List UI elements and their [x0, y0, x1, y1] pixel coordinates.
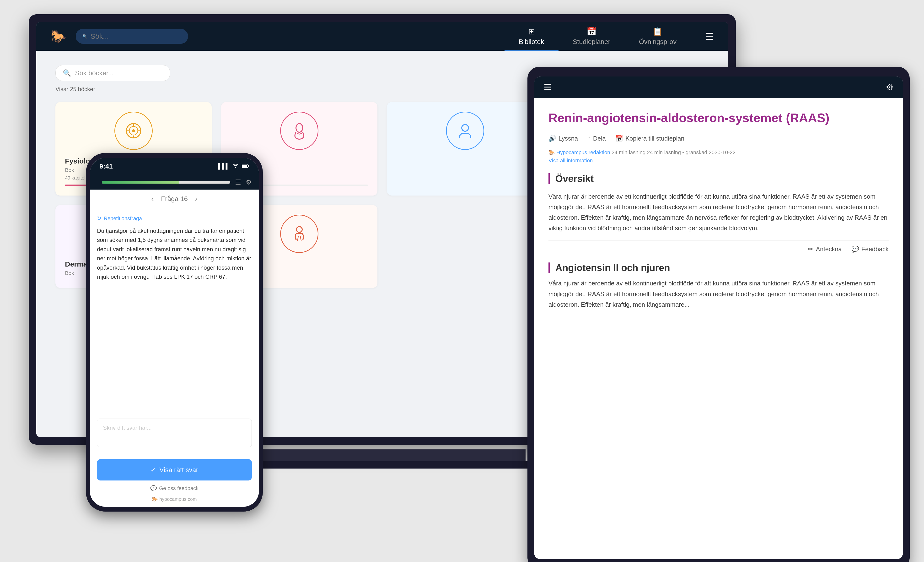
- section-title-angiotensin: Angiotensin II och njuren: [555, 263, 889, 273]
- tablet-list-icon[interactable]: ☰: [544, 82, 551, 92]
- phone-navbar: ☰ ⚙: [90, 175, 259, 189]
- phone-content: ↻ Repetitionsfråga Du tjänstgör på akutm…: [90, 208, 259, 454]
- article-footer-actions: ✏ Anteckna 💬 Feedback: [549, 240, 889, 253]
- phone-list-icon[interactable]: ☰: [235, 178, 241, 186]
- svg-point-7: [296, 123, 303, 132]
- logo: 🐎: [51, 29, 66, 44]
- signal-icon: ▌▌▌: [218, 163, 230, 170]
- article-reviewed: •: [682, 149, 686, 155]
- tablet-screen: ☰ ⚙ Renin-angiotensin-aldosteron-systeme…: [534, 77, 903, 559]
- share-icon: ↑: [587, 135, 591, 142]
- share-button[interactable]: ↑ Dela: [587, 135, 606, 142]
- scene: 🐎 🔍 ⊞ Bibliotek 📅 Studieplaner: [0, 0, 924, 562]
- listen-label: Lyssna: [558, 135, 578, 142]
- repetition-label: Repetitionsfråga: [104, 215, 142, 222]
- phone-progress-bar: [102, 181, 230, 183]
- phone-quiz-nav: ‹ Fråga 16 ›: [90, 189, 259, 208]
- tablet-gear-icon[interactable]: ⚙: [886, 82, 893, 92]
- feedback-link-label: Ge oss feedback: [159, 485, 198, 491]
- feedback-bubble-icon: 💬: [150, 485, 157, 491]
- phone-indicators: ▌▌▌: [218, 163, 249, 170]
- article-section-angiotensin: Angiotensin II och njuren: [549, 263, 889, 273]
- calendar-icon: 📅: [615, 135, 623, 142]
- feedback-button[interactable]: 💬 Feedback: [851, 245, 889, 253]
- question-text: Du tjänstgör på akutmottagningen där du …: [97, 226, 252, 414]
- tab-bibliotek[interactable]: ⊞ Bibliotek: [504, 22, 558, 51]
- laptop-navbar: 🐎 🔍 ⊞ Bibliotek 📅 Studieplaner: [36, 22, 728, 51]
- phone-progress-fill: [102, 181, 179, 183]
- answer-input[interactable]: Skriv ditt svar här...: [97, 419, 252, 447]
- anteckna-button[interactable]: ✏ Anteckna: [808, 245, 842, 253]
- anteckna-label: Anteckna: [816, 245, 842, 253]
- phone-domain: 🐎 hypocampus.com: [90, 496, 259, 507]
- copy-to-plan-label: Kopiera till studieplan: [626, 135, 684, 142]
- tablet-content: Renin-angiotensin-aldosteron-systemet (R…: [534, 98, 903, 559]
- repetition-icon: ↻: [97, 215, 101, 222]
- article-reviewed-date: granskad 2020-10-22: [686, 149, 735, 155]
- feedback-label: Feedback: [861, 245, 889, 253]
- section-title-oversikt: Översikt: [555, 173, 889, 184]
- checkmark-icon: ✓: [150, 466, 156, 474]
- phone-screen: 9:41 ▌▌▌: [90, 158, 259, 507]
- next-question-button[interactable]: ›: [195, 194, 198, 203]
- article-meta: 🐎 Hypocampus redaktion 24 min läsning 24…: [549, 149, 889, 156]
- phone-body: 9:41 ▌▌▌: [86, 153, 263, 512]
- phone-progress-bar-container: [102, 181, 230, 183]
- search-books-placeholder: Sök böcker...: [75, 69, 114, 77]
- studieplaner-icon: 📅: [586, 27, 597, 36]
- search-books-input[interactable]: 🔍 Sök böcker...: [56, 65, 170, 81]
- article-body-angiotensin: Våra njurar är beroende av ett kontinuer…: [549, 278, 889, 310]
- laptop-nav-tabs: ⊞ Bibliotek 📅 Studieplaner 📋 Övningsprov: [504, 22, 691, 51]
- feedback-icon: 💬: [851, 245, 859, 253]
- search-input[interactable]: [90, 32, 181, 41]
- article-section-oversikt: Översikt: [549, 173, 889, 184]
- tablet-device: ☰ ⚙ Renin-angiotensin-aldosteron-systeme…: [528, 67, 910, 562]
- book-card-blue[interactable]: [387, 102, 543, 195]
- phone-footer: ✓ Visa rätt svar 💬 Ge oss feedback: [90, 454, 259, 496]
- svg-line-16: [300, 236, 301, 241]
- repetition-badge: ↻ Repetitionsfråga: [97, 215, 252, 222]
- tab-studieplaner-label: Studieplaner: [573, 38, 610, 46]
- tablet-navbar: ☰ ⚙: [534, 77, 903, 98]
- book-icon-blue: [446, 112, 484, 150]
- question-number: Fråga 16: [161, 195, 188, 203]
- tab-ovningsprov-label: Övningsprov: [639, 38, 676, 46]
- wifi-icon: [232, 163, 239, 170]
- listen-icon: 🔊: [549, 135, 556, 142]
- svg-point-14: [297, 227, 302, 232]
- bibliotek-icon: ⊞: [528, 27, 535, 36]
- listen-button[interactable]: 🔊 Lyssna: [549, 135, 578, 142]
- search-icon: 🔍: [82, 34, 87, 39]
- svg-rect-19: [242, 165, 247, 167]
- book-icon-intern: [280, 112, 318, 150]
- book-icon-geriatri: [280, 215, 318, 253]
- svg-point-17: [235, 167, 236, 168]
- search-books-icon: 🔍: [63, 69, 71, 77]
- tab-studieplaner[interactable]: 📅 Studieplaner: [558, 22, 625, 51]
- svg-line-15: [297, 236, 298, 241]
- show-answer-label: Visa rätt svar: [159, 466, 198, 474]
- phone-device: 9:41 ▌▌▌: [86, 153, 263, 512]
- battery-icon: [242, 163, 249, 170]
- copy-to-plan-button[interactable]: 📅 Kopiera till studieplan: [615, 135, 684, 142]
- book-icon-fysiologi: [114, 112, 153, 150]
- article-actions: 🔊 Lyssna ↑ Dela 📅 Kopiera till studiepla…: [549, 135, 889, 142]
- laptop-search-bar[interactable]: 🔍: [76, 29, 188, 44]
- show-all-info-link[interactable]: Visa all information: [549, 158, 889, 164]
- phone-feedback-link[interactable]: 💬 Ge oss feedback: [97, 485, 252, 491]
- hamburger-menu[interactable]: ☰: [705, 31, 714, 42]
- ovningsprov-icon: 📋: [652, 27, 663, 36]
- phone-statusbar: 9:41 ▌▌▌: [90, 158, 259, 175]
- show-answer-button[interactable]: ✓ Visa rätt svar: [97, 459, 252, 481]
- svg-point-2: [132, 129, 135, 132]
- article-reading-time: 24 min läsning: [612, 149, 645, 155]
- share-label: Dela: [593, 135, 606, 142]
- prev-question-button[interactable]: ‹: [151, 194, 154, 203]
- tablet-body: ☰ ⚙ Renin-angiotensin-aldosteron-systeme…: [528, 67, 910, 562]
- tab-bibliotek-label: Bibliotek: [519, 38, 544, 46]
- tab-ovningsprov[interactable]: 📋 Övningsprov: [625, 22, 691, 51]
- svg-rect-20: [248, 165, 249, 167]
- article-title: Renin-angiotensin-aldosteron-systemet (R…: [549, 110, 889, 126]
- phone-gear-icon[interactable]: ⚙: [246, 178, 252, 186]
- article-author: Hypocampus redaktion: [556, 149, 610, 155]
